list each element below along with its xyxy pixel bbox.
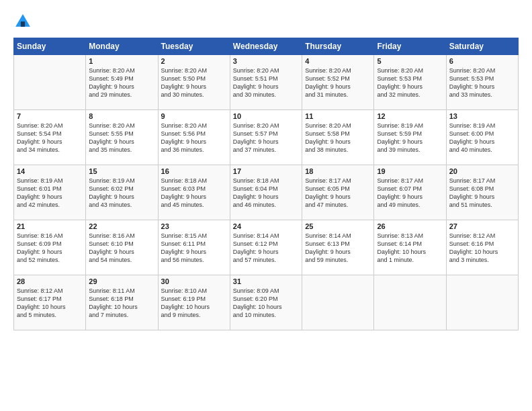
day-info: Sunrise: 8:13 AM Sunset: 6:14 PM Dayligh… — [377, 232, 443, 265]
day-number: 10 — [233, 112, 299, 120]
calendar-cell: 5Sunrise: 8:20 AM Sunset: 5:53 PM Daylig… — [374, 55, 446, 110]
day-info: Sunrise: 8:14 AM Sunset: 6:13 PM Dayligh… — [305, 232, 371, 265]
calendar-cell — [446, 275, 518, 330]
calendar-cell — [302, 275, 374, 330]
day-info: Sunrise: 8:10 AM Sunset: 6:19 PM Dayligh… — [161, 287, 227, 320]
calendar-cell: 18Sunrise: 8:17 AM Sunset: 6:05 PM Dayli… — [302, 165, 374, 220]
day-number: 30 — [161, 277, 227, 285]
day-info: Sunrise: 8:12 AM Sunset: 6:17 PM Dayligh… — [17, 287, 83, 320]
day-number: 15 — [89, 167, 154, 175]
day-number: 3 — [233, 57, 299, 65]
day-number: 22 — [89, 222, 154, 230]
day-number: 20 — [449, 167, 515, 175]
calendar-cell: 4Sunrise: 8:20 AM Sunset: 5:52 PM Daylig… — [302, 55, 374, 110]
calendar-cell — [374, 275, 446, 330]
calendar-cell: 2Sunrise: 8:20 AM Sunset: 5:50 PM Daylig… — [158, 55, 230, 110]
calendar-cell — [14, 55, 86, 110]
day-info: Sunrise: 8:17 AM Sunset: 6:05 PM Dayligh… — [305, 177, 371, 210]
calendar-cell: 31Sunrise: 8:09 AM Sunset: 6:20 PM Dayli… — [230, 275, 302, 330]
week-row-4: 21Sunrise: 8:16 AM Sunset: 6:09 PM Dayli… — [14, 220, 519, 275]
day-number: 28 — [17, 277, 83, 285]
calendar-cell: 23Sunrise: 8:15 AM Sunset: 6:11 PM Dayli… — [158, 220, 230, 275]
day-number: 5 — [377, 57, 443, 65]
day-number: 21 — [17, 222, 83, 230]
day-number: 26 — [377, 222, 443, 230]
day-info: Sunrise: 8:19 AM Sunset: 6:01 PM Dayligh… — [17, 177, 83, 210]
week-row-2: 7Sunrise: 8:20 AM Sunset: 5:54 PM Daylig… — [14, 110, 519, 165]
day-info: Sunrise: 8:17 AM Sunset: 6:07 PM Dayligh… — [377, 177, 443, 210]
calendar-cell: 25Sunrise: 8:14 AM Sunset: 6:13 PM Dayli… — [302, 220, 374, 275]
calendar-cell: 16Sunrise: 8:18 AM Sunset: 6:03 PM Dayli… — [158, 165, 230, 220]
calendar-cell: 6Sunrise: 8:20 AM Sunset: 5:53 PM Daylig… — [446, 55, 518, 110]
week-row-5: 28Sunrise: 8:12 AM Sunset: 6:17 PM Dayli… — [14, 275, 519, 330]
calendar-cell: 30Sunrise: 8:10 AM Sunset: 6:19 PM Dayli… — [158, 275, 230, 330]
day-info: Sunrise: 8:16 AM Sunset: 6:09 PM Dayligh… — [17, 232, 83, 265]
calendar-cell: 12Sunrise: 8:19 AM Sunset: 5:59 PM Dayli… — [374, 110, 446, 165]
calendar-cell: 13Sunrise: 8:19 AM Sunset: 6:00 PM Dayli… — [446, 110, 518, 165]
day-info: Sunrise: 8:16 AM Sunset: 6:10 PM Dayligh… — [89, 232, 154, 265]
day-number: 19 — [377, 167, 443, 175]
calendar-cell: 15Sunrise: 8:19 AM Sunset: 6:02 PM Dayli… — [86, 165, 158, 220]
day-number: 6 — [449, 57, 515, 65]
header-row: SundayMondayTuesdayWednesdayThursdayFrid… — [14, 38, 519, 55]
day-header-monday: Monday — [86, 38, 158, 55]
day-info: Sunrise: 8:19 AM Sunset: 6:00 PM Dayligh… — [449, 122, 515, 154]
header — [13, 12, 519, 31]
day-info: Sunrise: 8:17 AM Sunset: 6:08 PM Dayligh… — [449, 177, 515, 210]
day-info: Sunrise: 8:15 AM Sunset: 6:11 PM Dayligh… — [161, 232, 227, 265]
logo — [13, 12, 35, 31]
day-info: Sunrise: 8:20 AM Sunset: 5:57 PM Dayligh… — [233, 122, 299, 154]
day-info: Sunrise: 8:12 AM Sunset: 6:16 PM Dayligh… — [449, 232, 515, 265]
day-number: 11 — [305, 112, 371, 120]
day-number: 18 — [305, 167, 371, 175]
day-info: Sunrise: 8:19 AM Sunset: 5:59 PM Dayligh… — [377, 122, 443, 154]
day-info: Sunrise: 8:11 AM Sunset: 6:18 PM Dayligh… — [89, 287, 154, 320]
day-header-wednesday: Wednesday — [230, 38, 302, 55]
day-header-saturday: Saturday — [446, 38, 518, 55]
day-number: 17 — [233, 167, 299, 175]
day-number: 24 — [233, 222, 299, 230]
calendar-cell: 11Sunrise: 8:20 AM Sunset: 5:58 PM Dayli… — [302, 110, 374, 165]
page: SundayMondayTuesdayWednesdayThursdayFrid… — [0, 0, 532, 411]
calendar-table: SundayMondayTuesdayWednesdayThursdayFrid… — [13, 38, 519, 330]
day-info: Sunrise: 8:20 AM Sunset: 5:55 PM Dayligh… — [89, 122, 154, 154]
day-header-sunday: Sunday — [14, 38, 86, 55]
day-info: Sunrise: 8:20 AM Sunset: 5:56 PM Dayligh… — [161, 122, 227, 154]
day-header-friday: Friday — [374, 38, 446, 55]
calendar-cell: 21Sunrise: 8:16 AM Sunset: 6:09 PM Dayli… — [14, 220, 86, 275]
day-info: Sunrise: 8:18 AM Sunset: 6:03 PM Dayligh… — [161, 177, 227, 210]
day-number: 2 — [161, 57, 227, 65]
day-number: 1 — [89, 57, 154, 65]
day-info: Sunrise: 8:20 AM Sunset: 5:53 PM Dayligh… — [377, 66, 443, 99]
logo-icon — [13, 12, 32, 31]
day-info: Sunrise: 8:20 AM Sunset: 5:53 PM Dayligh… — [449, 66, 515, 99]
calendar-cell: 9Sunrise: 8:20 AM Sunset: 5:56 PM Daylig… — [158, 110, 230, 165]
calendar-cell: 26Sunrise: 8:13 AM Sunset: 6:14 PM Dayli… — [374, 220, 446, 275]
day-number: 8 — [89, 112, 154, 120]
week-row-3: 14Sunrise: 8:19 AM Sunset: 6:01 PM Dayli… — [14, 165, 519, 220]
day-number: 25 — [305, 222, 371, 230]
day-number: 27 — [449, 222, 515, 230]
calendar-cell: 14Sunrise: 8:19 AM Sunset: 6:01 PM Dayli… — [14, 165, 86, 220]
calendar-cell: 10Sunrise: 8:20 AM Sunset: 5:57 PM Dayli… — [230, 110, 302, 165]
day-header-thursday: Thursday — [302, 38, 374, 55]
calendar-cell: 3Sunrise: 8:20 AM Sunset: 5:51 PM Daylig… — [230, 55, 302, 110]
svg-rect-1 — [21, 21, 25, 27]
calendar-cell: 27Sunrise: 8:12 AM Sunset: 6:16 PM Dayli… — [446, 220, 518, 275]
day-number: 9 — [161, 112, 227, 120]
calendar-cell: 8Sunrise: 8:20 AM Sunset: 5:55 PM Daylig… — [86, 110, 158, 165]
day-number: 23 — [161, 222, 227, 230]
day-number: 31 — [233, 277, 299, 285]
calendar-cell: 17Sunrise: 8:18 AM Sunset: 6:04 PM Dayli… — [230, 165, 302, 220]
day-number: 16 — [161, 167, 227, 175]
day-number: 12 — [377, 112, 443, 120]
day-info: Sunrise: 8:20 AM Sunset: 5:58 PM Dayligh… — [305, 122, 371, 154]
day-number: 29 — [89, 277, 154, 285]
calendar-cell: 1Sunrise: 8:20 AM Sunset: 5:49 PM Daylig… — [86, 55, 158, 110]
day-number: 13 — [449, 112, 515, 120]
day-number: 7 — [17, 112, 83, 120]
day-info: Sunrise: 8:19 AM Sunset: 6:02 PM Dayligh… — [89, 177, 154, 210]
day-info: Sunrise: 8:14 AM Sunset: 6:12 PM Dayligh… — [233, 232, 299, 265]
day-info: Sunrise: 8:18 AM Sunset: 6:04 PM Dayligh… — [233, 177, 299, 210]
day-info: Sunrise: 8:20 AM Sunset: 5:51 PM Dayligh… — [233, 66, 299, 99]
